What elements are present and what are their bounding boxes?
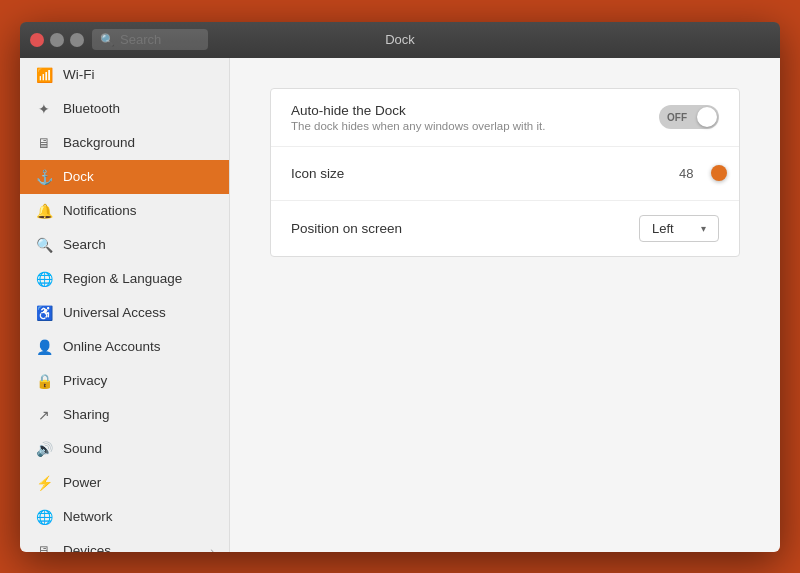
main-panel: Auto-hide the Dock The dock hides when a… [230,58,780,552]
settings-window: 🔍 Dock 📶 Wi-Fi ✦ Bluetooth 🖥 Background [20,22,780,552]
sidebar-item-label: Privacy [63,373,214,388]
autohide-title: Auto-hide the Dock [291,103,659,118]
sidebar-item-label: Network [63,509,214,524]
sidebar-item-universal[interactable]: ♿ Universal Access [20,296,229,330]
autohide-desc: The dock hides when any windows overlap … [291,120,659,132]
sidebar-item-wifi[interactable]: 📶 Wi-Fi [20,58,229,92]
chevron-right-icon: › [210,545,214,552]
sidebar-item-bluetooth[interactable]: ✦ Bluetooth [20,92,229,126]
iconsize-label: Icon size [291,166,679,181]
position-label: Position on screen [291,221,639,236]
minimize-button[interactable] [50,33,64,47]
privacy-icon: 🔒 [35,373,53,389]
position-dropdown[interactable]: Left ▾ [639,215,719,242]
devices-icon: 🖥 [35,543,53,552]
search-icon: 🔍 [35,237,53,253]
search-icon: 🔍 [100,33,115,47]
sidebar-item-power[interactable]: ⚡ Power [20,466,229,500]
dock-settings-card: Auto-hide the Dock The dock hides when a… [270,88,740,257]
sidebar-item-label: Background [63,135,214,150]
autohide-info: Auto-hide the Dock The dock hides when a… [291,103,659,132]
sidebar: 📶 Wi-Fi ✦ Bluetooth 🖥 Background ⚓ Dock … [20,58,230,552]
wifi-icon: 📶 [35,67,53,83]
sidebar-item-sharing[interactable]: ↗ Sharing [20,398,229,432]
iconsize-setting-row: Icon size 48 [271,147,739,201]
sidebar-item-background[interactable]: 🖥 Background [20,126,229,160]
sidebar-item-label: Bluetooth [63,101,214,116]
sidebar-item-dock[interactable]: ⚓ Dock [20,160,229,194]
sidebar-item-label: Online Accounts [63,339,214,354]
sidebar-item-label: Dock [63,169,214,184]
content-area: 📶 Wi-Fi ✦ Bluetooth 🖥 Background ⚓ Dock … [20,58,780,552]
sidebar-item-label: Power [63,475,214,490]
sidebar-item-privacy[interactable]: 🔒 Privacy [20,364,229,398]
sharing-icon: ↗ [35,407,53,423]
position-setting-row: Position on screen Left ▾ [271,201,739,256]
maximize-button[interactable] [70,33,84,47]
slider-thumb[interactable] [711,165,727,181]
sidebar-item-region[interactable]: 🌐 Region & Language [20,262,229,296]
window-controls [30,33,84,47]
autohide-toggle[interactable]: OFF [659,105,719,129]
window-title: Dock [385,32,415,47]
dock-icon: ⚓ [35,169,53,185]
notifications-icon: 🔔 [35,203,53,219]
sidebar-item-label: Sound [63,441,214,456]
sidebar-item-network[interactable]: 🌐 Network [20,500,229,534]
universal-icon: ♿ [35,305,53,321]
autohide-setting-row: Auto-hide the Dock The dock hides when a… [271,89,739,147]
close-button[interactable] [30,33,44,47]
sidebar-item-label: Sharing [63,407,214,422]
region-icon: 🌐 [35,271,53,287]
iconsize-slider-area: 48 [679,163,719,183]
iconsize-value: 48 [679,166,704,181]
search-input[interactable] [120,32,200,47]
chevron-down-icon: ▾ [701,223,706,234]
sidebar-item-label: Region & Language [63,271,214,286]
sidebar-item-sound[interactable]: 🔊 Sound [20,432,229,466]
bluetooth-icon: ✦ [35,101,53,117]
power-icon: ⚡ [35,475,53,491]
titlebar-search-box[interactable]: 🔍 [92,29,208,50]
toggle-knob [697,107,717,127]
sidebar-item-notifications[interactable]: 🔔 Notifications [20,194,229,228]
sidebar-item-label: Notifications [63,203,214,218]
background-icon: 🖥 [35,135,53,151]
sidebar-item-devices[interactable]: 🖥 Devices › [20,534,229,552]
sidebar-item-label: Universal Access [63,305,214,320]
sound-icon: 🔊 [35,441,53,457]
toggle-label: OFF [667,112,687,123]
sidebar-item-online[interactable]: 👤 Online Accounts [20,330,229,364]
network-icon: 🌐 [35,509,53,525]
sidebar-item-search[interactable]: 🔍 Search [20,228,229,262]
titlebar: 🔍 Dock [20,22,780,58]
online-icon: 👤 [35,339,53,355]
sidebar-item-label: Devices [63,543,200,552]
position-value: Left [652,221,674,236]
sidebar-item-label: Wi-Fi [63,67,214,82]
sidebar-item-label: Search [63,237,214,252]
